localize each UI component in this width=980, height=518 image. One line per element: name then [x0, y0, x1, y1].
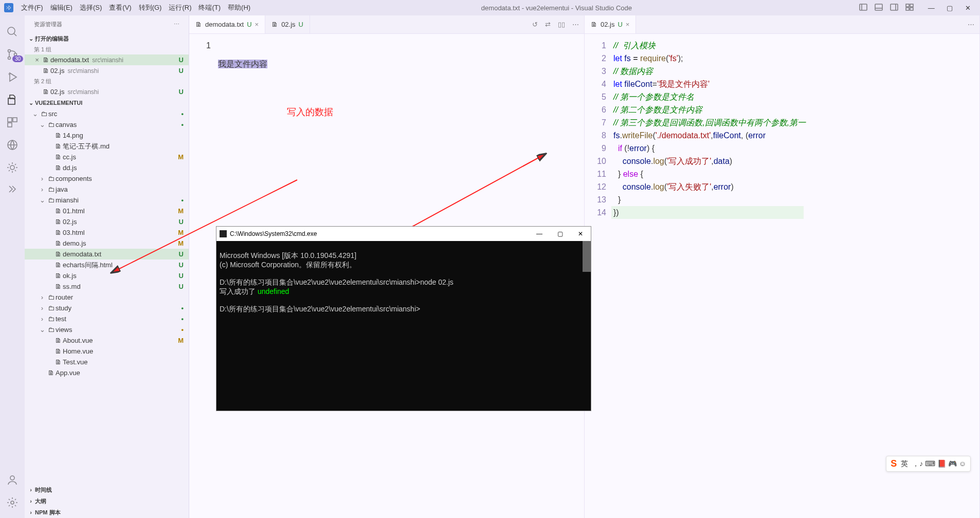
sidebar-section[interactable]: ›时间线: [25, 484, 189, 495]
chevron-down-icon[interactable]: ⌄: [38, 326, 46, 334]
file-icon: 🗎: [591, 21, 597, 28]
file-item[interactable]: 🗎Test.vue: [25, 357, 189, 367]
cmd-titlebar[interactable]: C:\Windows\System32\cmd.exe — ▢ ✕: [216, 227, 591, 241]
menu-terminal[interactable]: 终端(T): [195, 3, 224, 12]
file-item[interactable]: 🗎demodata.txtU: [25, 249, 189, 260]
file-icon: 🗎: [271, 21, 278, 28]
layout-panel-left-icon[interactable]: [859, 3, 867, 13]
file-item[interactable]: 🗎demo.jsM: [25, 238, 189, 249]
file-item[interactable]: 🗎ss.mdU: [25, 281, 189, 292]
activity-extensions-icon[interactable]: [0, 111, 25, 134]
file-item[interactable]: 🗎笔记-五子棋.md: [25, 141, 189, 152]
menu-selection[interactable]: 选择(S): [76, 3, 105, 12]
activity-debug-icon[interactable]: [0, 66, 25, 88]
customize-layout-icon[interactable]: [905, 3, 914, 13]
chevron-down-icon[interactable]: ⌄: [38, 196, 46, 204]
tab-split-icon[interactable]: ▯▯: [558, 21, 565, 28]
activity-settings-icon[interactable]: [0, 491, 25, 514]
cmd-body[interactable]: Microsoft Windows [版本 10.0.19045.4291] (…: [216, 241, 591, 411]
folder-item[interactable]: ⌄🗀mianshi•: [25, 195, 189, 206]
file-item[interactable]: 🗎03.htmlM: [25, 227, 189, 238]
activity-remote-icon[interactable]: [0, 134, 25, 156]
tab-more-icon[interactable]: ⋯: [572, 21, 579, 28]
folder-item[interactable]: ›🗀java: [25, 184, 189, 195]
close-icon[interactable]: ×: [626, 21, 630, 28]
activity-search-icon[interactable]: [0, 21, 25, 43]
layout-panel-right-icon[interactable]: [890, 3, 898, 13]
ime-lang-label[interactable]: 英: [901, 459, 908, 469]
tab-history-icon[interactable]: ↺: [532, 21, 538, 28]
folder-item[interactable]: ⌄🗀views•: [25, 324, 189, 335]
close-icon[interactable]: ×: [33, 56, 41, 64]
tab-compare-icon[interactable]: ⇄: [545, 21, 551, 28]
file-item[interactable]: 🗎dd.js: [25, 162, 189, 173]
layout-panel-bottom-icon[interactable]: [875, 3, 883, 13]
file-icon: 🗎: [41, 88, 50, 96]
activity-source-control-icon[interactable]: [0, 43, 25, 66]
activity-bar: 30: [0, 15, 25, 518]
folder-item[interactable]: ⌄🗀src•: [25, 108, 189, 119]
window-maximize-button[interactable]: ▢: [941, 4, 958, 12]
editor-tab[interactable]: 🗎demodata.txtU×: [189, 15, 265, 33]
project-section[interactable]: ⌄VUE2ELEMENTUI: [25, 97, 189, 108]
ime-bar[interactable]: S 英 ，♪ ⌨ 📕 🎮 ☺: [886, 456, 971, 472]
folder-item[interactable]: ›🗀components: [25, 173, 189, 184]
menu-edit[interactable]: 编辑(E): [47, 3, 76, 12]
editor-tab[interactable]: 🗎02.jsU×: [585, 15, 636, 33]
close-icon[interactable]: ×: [255, 21, 259, 28]
open-editor-item[interactable]: 🗎02.jssrc\mianshiU: [25, 65, 189, 76]
tab-more-icon[interactable]: ⋯: [968, 21, 974, 28]
ime-tools[interactable]: ，♪ ⌨ 📕 🎮 ☺: [912, 459, 966, 469]
cmd-close-button[interactable]: ✕: [570, 230, 591, 237]
svg-line-11: [14, 33, 16, 36]
file-item[interactable]: 🗎01.htmlM: [25, 206, 189, 216]
menu-view[interactable]: 查看(V): [105, 3, 135, 12]
chevron-right-icon[interactable]: ›: [38, 293, 46, 301]
file-item[interactable]: 🗎echarts间隔.htmlU: [25, 260, 189, 270]
activity-test-icon[interactable]: [0, 156, 25, 179]
svg-rect-7: [910, 4, 913, 7]
sidebar-more-icon[interactable]: ⋯: [174, 21, 179, 28]
activity-git-graph-icon[interactable]: [0, 179, 25, 201]
cmd-scrollbar[interactable]: [583, 241, 591, 272]
chevron-right-icon[interactable]: ›: [38, 304, 46, 312]
activity-explorer-icon[interactable]: [0, 88, 25, 111]
chevron-down-icon[interactable]: ⌄: [31, 110, 39, 118]
folder-item[interactable]: ⌄🗀canvas•: [25, 119, 189, 130]
file-item[interactable]: 🗎ok.jsU: [25, 270, 189, 281]
chevron-right-icon[interactable]: ›: [38, 315, 46, 323]
sidebar-section[interactable]: ›大纲: [25, 495, 189, 507]
folder-item[interactable]: ›🗀test•: [25, 313, 189, 324]
folder-icon: 🗀: [46, 196, 56, 204]
menu-go[interactable]: 转到(G): [135, 3, 166, 12]
file-item[interactable]: 🗎Home.vue: [25, 346, 189, 357]
file-icon: 🗎: [53, 358, 63, 366]
activity-account-icon[interactable]: [0, 469, 25, 491]
chevron-down-icon[interactable]: ⌄: [38, 121, 46, 128]
editor-tab[interactable]: 🗎02.jsU: [265, 15, 310, 33]
window-close-button[interactable]: ✕: [960, 4, 976, 12]
file-item[interactable]: 🗎14.png: [25, 130, 189, 141]
window-minimize-button[interactable]: —: [923, 4, 940, 12]
editor-body-right[interactable]: 1234567891011121314 // 引入模块let fs = requ…: [585, 34, 979, 518]
chevron-right-icon[interactable]: ›: [38, 186, 46, 193]
folder-item[interactable]: ›🗀study•: [25, 303, 189, 313]
file-item[interactable]: 🗎cc.jsM: [25, 152, 189, 162]
menu-help[interactable]: 帮助(H): [224, 3, 254, 12]
menu-run[interactable]: 运行(R): [165, 3, 195, 12]
file-item[interactable]: 🗎02.jsU: [25, 216, 189, 227]
folder-item[interactable]: ›🗀router: [25, 292, 189, 303]
file-item[interactable]: 🗎About.vueM: [25, 335, 189, 346]
chevron-right-icon[interactable]: ›: [38, 175, 46, 182]
cmd-maximize-button[interactable]: ▢: [550, 230, 570, 237]
open-editor-item[interactable]: ×🗎demodata.txtsrc\mianshiU: [25, 54, 189, 65]
folder-icon: 🗀: [46, 315, 56, 323]
menu-file[interactable]: 文件(F): [17, 3, 47, 12]
cmd-window[interactable]: C:\Windows\System32\cmd.exe — ▢ ✕ Micros…: [216, 226, 591, 411]
open-editor-item[interactable]: 🗎02.jssrc\mianshiU: [25, 86, 189, 97]
cmd-icon: [220, 230, 227, 237]
cmd-minimize-button[interactable]: —: [529, 230, 550, 237]
open-editors-section[interactable]: ⌄打开的编辑器: [25, 33, 189, 44]
file-item[interactable]: 🗎App.vue: [25, 367, 189, 378]
sidebar-section[interactable]: ›NPM 脚本: [25, 507, 189, 518]
